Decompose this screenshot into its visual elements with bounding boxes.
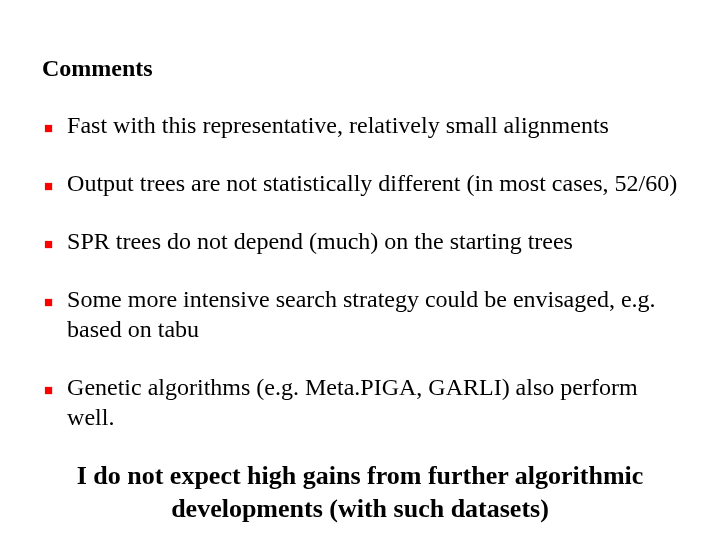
- square-bullet-icon: ■: [44, 226, 53, 256]
- slide: Comments ■ Fast with this representative…: [0, 0, 720, 540]
- square-bullet-icon: ■: [44, 168, 53, 198]
- bullet-item: ■ Genetic algorithms (e.g. Meta.PIGA, GA…: [42, 372, 678, 432]
- bullet-text: Fast with this representative, relativel…: [67, 110, 678, 140]
- bullet-text: Genetic algorithms (e.g. Meta.PIGA, GARL…: [67, 372, 678, 432]
- bullet-text: Output trees are not statistically diffe…: [67, 168, 678, 198]
- bullet-item: ■ Some more intensive search strategy co…: [42, 284, 678, 344]
- square-bullet-icon: ■: [44, 372, 53, 402]
- bullet-text: Some more intensive search strategy coul…: [67, 284, 678, 344]
- bullet-text: SPR trees do not depend (much) on the st…: [67, 226, 678, 256]
- bullet-item: ■ Fast with this representative, relativ…: [42, 110, 678, 140]
- bullet-item: ■ Output trees are not statistically dif…: [42, 168, 678, 198]
- closing-statement: I do not expect high gains from further …: [42, 460, 678, 525]
- square-bullet-icon: ■: [44, 284, 53, 314]
- bullet-item: ■ SPR trees do not depend (much) on the …: [42, 226, 678, 256]
- slide-title: Comments: [42, 55, 678, 82]
- square-bullet-icon: ■: [44, 110, 53, 140]
